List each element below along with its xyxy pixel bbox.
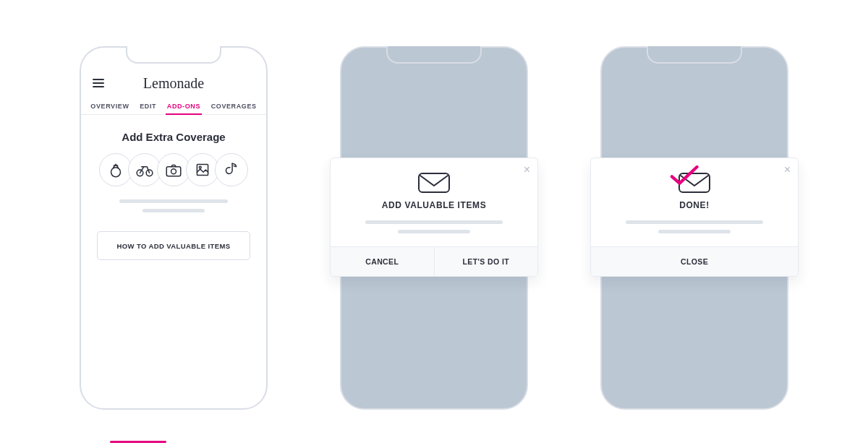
cancel-button[interactable]: CANCEL [331, 247, 434, 276]
close-icon[interactable]: × [524, 164, 530, 176]
mail-check-icon [591, 158, 798, 200]
svg-rect-3 [166, 167, 181, 176]
tab-coverages[interactable]: COVERAGES [210, 98, 258, 114]
coverage-category-row [81, 153, 266, 186]
placeholder-text [81, 199, 266, 212]
tab-bar: OVERVIEW EDIT ADD-ONS COVERAGES [81, 95, 266, 115]
phone-notch [647, 46, 742, 64]
tab-addons[interactable]: ADD-ONS [166, 98, 202, 114]
svg-rect-7 [419, 173, 449, 192]
phone-addons-screen: Lemonade OVERVIEW EDIT ADD-ONS COVERAGES… [80, 46, 268, 410]
modal-title: ADD VALUABLE ITEMS [331, 200, 537, 220]
instrument-icon[interactable] [215, 153, 248, 186]
svg-point-6 [199, 166, 201, 168]
menu-icon[interactable] [93, 79, 104, 87]
progress-indicator [110, 441, 166, 443]
page-title: Add Extra Coverage [81, 131, 266, 143]
placeholder-text [591, 220, 798, 233]
phone-notch [386, 46, 482, 64]
modal-add-valuable: × ADD VALUABLE ITEMS CANCEL LET'S DO IT [330, 158, 538, 277]
svg-point-0 [111, 168, 121, 177]
modal-done: × DONE! CLOSE [590, 158, 799, 277]
phone-notch [126, 46, 221, 64]
phone-done-modal: × DONE! CLOSE [600, 46, 788, 410]
modal-title: DONE! [591, 200, 798, 220]
tab-edit[interactable]: EDIT [138, 98, 158, 114]
placeholder-text [331, 220, 537, 233]
tab-overview[interactable]: OVERVIEW [89, 98, 130, 114]
svg-point-4 [171, 169, 176, 174]
brand-logo: Lemonade [104, 75, 243, 92]
phone-confirm-modal: × ADD VALUABLE ITEMS CANCEL LET'S DO IT [340, 46, 528, 410]
close-button[interactable]: CLOSE [591, 247, 798, 276]
how-to-add-button[interactable]: HOW TO ADD VALUABLE ITEMS [97, 231, 250, 260]
confirm-button[interactable]: LET'S DO IT [434, 247, 538, 276]
mail-icon [331, 158, 537, 200]
